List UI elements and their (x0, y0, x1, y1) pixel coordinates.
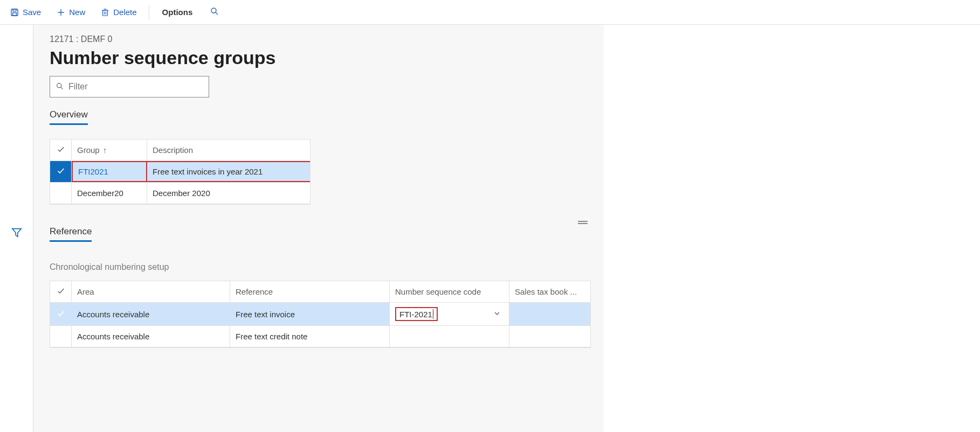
options-label: Options (162, 8, 193, 17)
svg-point-13 (57, 83, 61, 87)
page-title: Number sequence groups (50, 47, 604, 68)
cell-description[interactable]: Free text invoices in year 2021 (147, 161, 310, 182)
svg-rect-0 (11, 9, 18, 16)
row-selector[interactable] (50, 183, 72, 204)
overview-grid: Group ↑ Description FTI2021 Free text (50, 139, 310, 205)
table-row[interactable]: December20 December 2020 (50, 183, 310, 204)
checkmark-icon (57, 309, 65, 319)
plus-icon (56, 8, 66, 17)
search-icon (56, 82, 64, 92)
tab-reference[interactable]: Reference (50, 226, 92, 242)
cell-tax[interactable] (509, 303, 590, 325)
column-header-code[interactable]: Number sequence code (390, 281, 509, 302)
save-button[interactable]: Save (4, 4, 46, 20)
cell-reference[interactable]: Free text invoice (230, 303, 390, 325)
reference-text: Free text credit note (236, 332, 307, 341)
column-header-label: Reference (236, 287, 273, 296)
splitter-handle-icon[interactable] (578, 221, 588, 224)
select-all-header[interactable] (50, 140, 72, 161)
select-all-header[interactable] (50, 281, 72, 302)
trash-icon (100, 8, 110, 17)
table-row[interactable]: Accounts receivable Free text credit not… (50, 326, 590, 347)
cell-area[interactable]: Accounts receivable (72, 303, 230, 325)
toolbar-divider (149, 5, 149, 20)
options-button[interactable]: Options (156, 4, 199, 20)
cell-number-sequence-code[interactable] (390, 326, 509, 347)
cell-tax[interactable] (509, 326, 590, 347)
cell-group[interactable]: December20 (72, 183, 147, 204)
svg-rect-5 (103, 10, 108, 16)
description-text: Free text invoices in year 2021 (153, 167, 263, 176)
column-header-reference[interactable]: Reference (230, 281, 390, 302)
column-header-label: Description (153, 145, 193, 155)
sort-ascending-icon: ↑ (103, 145, 107, 155)
table-row[interactable]: FTI2021 Free text invoices in year 2021 (50, 161, 310, 183)
group-link[interactable]: FTI2021 (78, 167, 108, 176)
cell-group[interactable]: FTI2021 (72, 161, 147, 182)
svg-rect-2 (13, 12, 17, 15)
code-value: FTI-2021 (399, 310, 432, 319)
column-header-label: Sales tax book ... (515, 287, 577, 296)
tab-overview[interactable]: Overview (50, 109, 88, 125)
code-input[interactable]: FTI-2021 (395, 307, 438, 321)
svg-line-14 (61, 87, 63, 89)
column-header-label: Area (77, 287, 94, 296)
description-text: December 2020 (153, 189, 210, 198)
filter-input[interactable] (68, 82, 203, 92)
cell-reference[interactable]: Free text credit note (230, 326, 390, 347)
svg-point-10 (211, 8, 216, 13)
group-text: December20 (77, 189, 123, 198)
save-label: Save (23, 8, 41, 17)
main-content: 12171 : DEMF 0 Number sequence groups Ov… (33, 25, 604, 432)
breadcrumb: 12171 : DEMF 0 (50, 34, 604, 44)
reference-grid: Area Reference Number sequence code Sale… (50, 281, 591, 348)
area-text: Accounts receivable (77, 332, 149, 341)
column-header-tax[interactable]: Sales tax book ... (509, 281, 590, 302)
filter-box[interactable] (50, 76, 209, 97)
checkmark-icon (57, 166, 65, 177)
reference-subheading: Chronological numbering setup (50, 262, 604, 272)
new-button[interactable]: New (51, 4, 91, 20)
reference-grid-header: Area Reference Number sequence code Sale… (50, 281, 590, 303)
svg-line-11 (216, 12, 218, 15)
chevron-down-icon[interactable] (493, 309, 501, 319)
column-header-group[interactable]: Group ↑ (72, 140, 147, 161)
funnel-icon (11, 232, 23, 240)
delete-button[interactable]: Delete (95, 4, 142, 20)
cell-area[interactable]: Accounts receivable (72, 326, 230, 347)
search-icon (210, 10, 219, 18)
overview-grid-header: Group ↑ Description (50, 140, 310, 161)
toolbar-search-button[interactable] (203, 3, 226, 21)
toolbar: Save New Delete Options (0, 0, 980, 25)
svg-rect-1 (13, 9, 16, 11)
checkmark-icon (57, 145, 65, 155)
column-header-label: Group (77, 145, 100, 155)
column-header-area[interactable]: Area (72, 281, 230, 302)
left-rail (0, 25, 33, 432)
new-label: New (69, 8, 85, 17)
cell-description[interactable]: December 2020 (147, 183, 310, 204)
reference-text: Free text invoice (236, 310, 295, 319)
cell-number-sequence-code[interactable]: FTI-2021 (390, 303, 509, 325)
save-icon (10, 8, 19, 17)
svg-marker-12 (12, 228, 21, 236)
filter-pane-button[interactable] (9, 34, 25, 432)
column-header-description[interactable]: Description (147, 140, 310, 161)
column-header-label: Number sequence code (395, 287, 481, 296)
row-selector[interactable] (50, 161, 72, 182)
table-row[interactable]: Accounts receivable Free text invoice FT… (50, 303, 590, 326)
delete-label: Delete (113, 8, 136, 17)
checkmark-icon (57, 287, 65, 297)
area-text: Accounts receivable (77, 310, 149, 319)
row-selector[interactable] (50, 326, 72, 347)
row-selector[interactable] (50, 303, 72, 325)
text-caret-icon (433, 309, 433, 319)
